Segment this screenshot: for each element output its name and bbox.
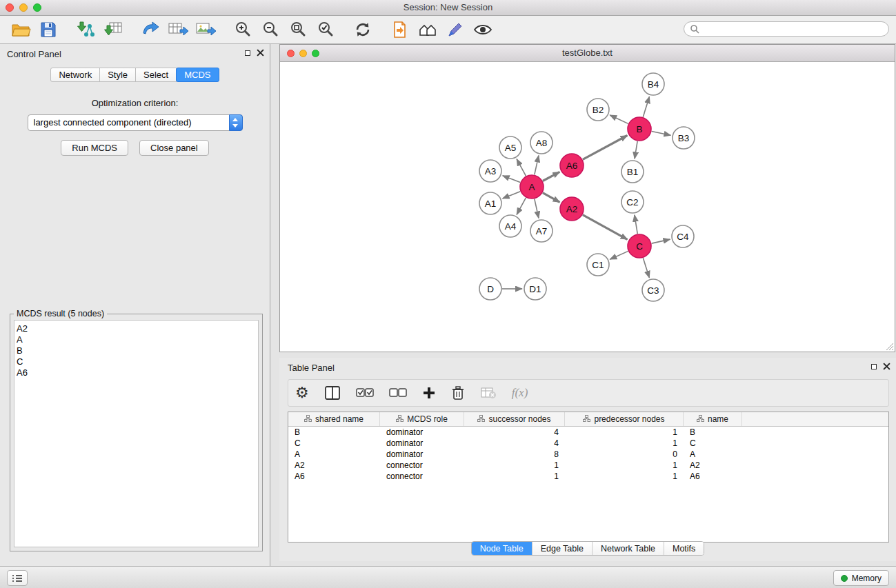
close-panel-icon[interactable] — [257, 49, 264, 57]
node-A1[interactable]: A1 — [479, 192, 501, 214]
zoom-in-button[interactable] — [229, 17, 257, 42]
table-row[interactable]: Cdominator41C — [288, 438, 888, 449]
select-all-button[interactable] — [356, 387, 374, 398]
zoom-window-button[interactable] — [33, 3, 41, 12]
result-item[interactable]: C — [17, 356, 256, 367]
table-row[interactable]: Bdominator41B — [288, 427, 888, 438]
show-panels-button[interactable] — [7, 570, 28, 586]
node-C[interactable]: C — [628, 234, 651, 258]
tab-mcds[interactable]: MCDS — [176, 68, 219, 82]
node-C3[interactable]: C3 — [642, 279, 664, 301]
zoom-out-button[interactable] — [257, 17, 284, 42]
table-row[interactable]: A6connector11A6 — [288, 471, 888, 482]
result-item[interactable]: A6 — [17, 367, 256, 378]
result-item[interactable]: A — [17, 334, 256, 345]
zoom-fit-button[interactable] — [284, 17, 312, 42]
column-header-shared-name[interactable]: shared name — [288, 412, 380, 426]
mcds-result-scrollpane[interactable]: A2ABCA6 — [14, 320, 259, 547]
tab-select[interactable]: Select — [135, 68, 177, 82]
network-canvas[interactable]: B4B2BB3A8A5A6A3B1AC2A1A2A4A7C4CC1C3DD1 — [280, 62, 895, 352]
edge-A-A3[interactable] — [503, 176, 520, 183]
node-A3[interactable]: A3 — [479, 160, 501, 182]
column-header-predecessor-nodes[interactable]: predecessor nodes — [565, 412, 684, 426]
node-C1[interactable]: C1 — [587, 254, 609, 276]
edge-C-C3[interactable] — [643, 258, 649, 278]
table-settings-button[interactable]: ⚙ — [295, 386, 309, 400]
delete-column-button[interactable] — [480, 386, 497, 400]
network-zoom-button[interactable] — [312, 50, 319, 57]
save-session-button[interactable] — [34, 17, 62, 42]
close-panel-button[interactable]: Close panel — [139, 140, 209, 156]
show-graphics-button[interactable] — [469, 17, 497, 42]
minimize-window-button[interactable] — [19, 3, 28, 12]
node-A5[interactable]: A5 — [499, 136, 521, 159]
home-neighbors-button[interactable] — [414, 17, 441, 42]
edge-C-C4[interactable] — [652, 239, 670, 243]
edge-B-B3[interactable] — [652, 132, 671, 136]
node-A[interactable]: A — [520, 175, 544, 199]
search-input[interactable] — [684, 21, 889, 37]
node-B4[interactable]: B4 — [642, 73, 664, 95]
node-C4[interactable]: C4 — [672, 225, 694, 247]
tab-network-table[interactable]: Network Table — [593, 542, 664, 555]
edge-A-A7[interactable] — [535, 199, 539, 219]
zoom-selected-button[interactable] — [312, 17, 339, 42]
memory-button[interactable]: Memory — [833, 570, 889, 586]
apply-layout-button[interactable] — [386, 17, 414, 42]
node-B[interactable]: B — [628, 117, 651, 141]
result-item[interactable]: B — [17, 345, 256, 356]
node-D1[interactable]: D1 — [524, 278, 546, 300]
edge-A-A4[interactable] — [517, 198, 526, 214]
resize-grip-icon[interactable] — [886, 343, 894, 351]
node-A6[interactable]: A6 — [560, 154, 584, 177]
table-row[interactable]: A2connector11A2 — [288, 460, 888, 471]
node-B2[interactable]: B2 — [587, 99, 609, 121]
tab-network[interactable]: Network — [50, 68, 100, 82]
tab-motifs[interactable]: Motifs — [664, 542, 704, 555]
node-A2[interactable]: A2 — [560, 197, 584, 221]
run-mcds-button[interactable]: Run MCDS — [61, 140, 128, 156]
edge-A-A8[interactable] — [535, 156, 539, 175]
import-table-button[interactable] — [99, 17, 127, 42]
edge-A-A6[interactable] — [543, 172, 559, 181]
network-close-button[interactable] — [287, 50, 295, 57]
node-A7[interactable]: A7 — [530, 220, 552, 242]
edge-A-A1[interactable] — [503, 192, 521, 199]
tab-edge-table[interactable]: Edge Table — [532, 542, 593, 555]
close-window-button[interactable] — [6, 3, 14, 12]
tab-style[interactable]: Style — [99, 68, 136, 82]
float-panel-icon[interactable] — [245, 50, 250, 56]
add-row-button[interactable] — [422, 386, 436, 400]
function-builder-button[interactable]: f(x) — [512, 386, 528, 400]
table-row[interactable]: Adominator80A — [288, 449, 888, 460]
column-header-name[interactable]: name — [684, 412, 742, 426]
column-header-successor-nodes[interactable]: successor nodes — [464, 412, 565, 426]
edge-C-C2[interactable] — [635, 215, 637, 234]
edge-A-A2[interactable] — [543, 193, 560, 203]
show-columns-button[interactable] — [324, 385, 341, 401]
node-C2[interactable]: C2 — [621, 191, 644, 213]
open-session-button[interactable] — [7, 17, 34, 42]
import-network-button[interactable] — [72, 17, 99, 42]
annotation-button[interactable] — [441, 17, 469, 42]
edge-C-C1[interactable] — [610, 251, 628, 259]
export-image-button[interactable] — [192, 17, 219, 42]
node-D[interactable]: D — [479, 278, 501, 300]
export-network-button[interactable] — [137, 17, 164, 42]
export-table-button[interactable] — [164, 17, 192, 42]
node-A4[interactable]: A4 — [499, 215, 521, 237]
result-item[interactable]: A2 — [17, 323, 256, 334]
network-minimize-button[interactable] — [299, 50, 307, 57]
node-A8[interactable]: A8 — [530, 132, 552, 154]
deselect-all-button[interactable] — [389, 387, 407, 398]
refresh-view-button[interactable] — [349, 17, 377, 42]
edge-B-B4[interactable] — [643, 97, 649, 117]
float-table-panel-icon[interactable] — [871, 364, 877, 369]
edge-B-B2[interactable] — [610, 115, 628, 123]
delete-rows-button[interactable] — [451, 385, 465, 401]
tab-node-table[interactable]: Node Table — [472, 542, 532, 555]
node-B1[interactable]: B1 — [621, 161, 644, 183]
edge-A2-C[interactable] — [583, 215, 628, 240]
close-table-panel-icon[interactable] — [883, 363, 890, 370]
edge-B-B1[interactable] — [635, 141, 637, 159]
